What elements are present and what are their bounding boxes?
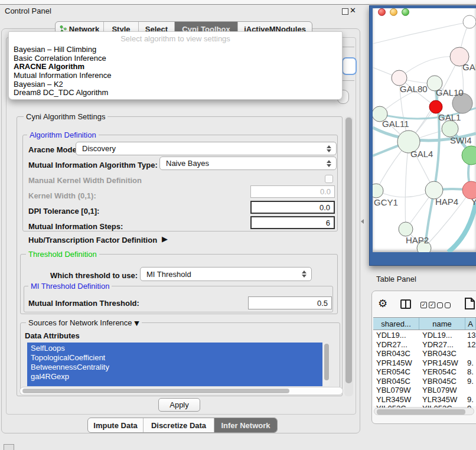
- popup-placeholder: Select algorithm to view settings: [9, 34, 342, 43]
- algorithm-option[interactable]: Bayesian – Hill Climbing: [14, 45, 96, 53]
- table-cell: YDL19...: [373, 331, 419, 340]
- network-canvas[interactable]: GAL7GAL80GAL10GAL11GAL1SWI4GAL4GCY1HAP4Y…: [373, 8, 476, 252]
- data-attributes-label: Data Attributes: [25, 331, 80, 340]
- node-label: HAP4: [435, 197, 458, 207]
- table-cell: 13: [465, 331, 476, 340]
- collapse-icon[interactable]: ▼: [134, 319, 139, 327]
- network-edge[interactable]: [448, 203, 476, 252]
- table-row[interactable]: YLR345WYLR345W9.: [373, 395, 476, 405]
- network-node[interactable]: [429, 100, 442, 113]
- node-label: GAL4: [410, 149, 433, 159]
- settings-vscrollbar[interactable]: [344, 116, 353, 396]
- algorithm-option[interactable]: ARACNE Algorithm: [14, 62, 84, 70]
- table-column-header[interactable]: name: [419, 318, 465, 330]
- new-table-document-icon[interactable]: [464, 297, 476, 310]
- table-row[interactable]: YPR145WYPR145W9.: [373, 358, 476, 368]
- gear-icon[interactable]: ⚙: [378, 297, 387, 309]
- panel-title: Control Panel: [5, 6, 51, 15]
- close-icon[interactable]: ✕: [350, 6, 356, 15]
- hidden-groupbox-edge: [341, 47, 354, 47]
- tab-infer-network[interactable]: Infer Network: [214, 418, 277, 432]
- table-header-row: shared...nameA: [373, 317, 476, 330]
- hub-definition-label: Hub/Transcription Factor Definition: [28, 236, 157, 244]
- table-cell: YPR145W: [419, 358, 465, 367]
- algorithm-definition-title: Algorithm Definition: [27, 131, 99, 139]
- mi-threshold-input[interactable]: 0.5: [248, 296, 332, 309]
- apply-button[interactable]: Apply: [158, 398, 200, 412]
- hub-expander-icon[interactable]: ▶: [162, 234, 168, 243]
- table-column-header[interactable]: shared...: [373, 318, 419, 330]
- attributes-scrollbar[interactable]: [323, 343, 330, 386]
- top-strip: [0, 0, 476, 5]
- threshold-definition-title: Threshold Definition: [26, 250, 99, 259]
- network-edge[interactable]: [373, 22, 470, 44]
- float-window-icon[interactable]: [342, 8, 348, 15]
- algorithm-option[interactable]: Basic Correlation Inference: [14, 54, 106, 62]
- attribute-item[interactable]: BetweennessCentrality: [31, 363, 109, 372]
- table-column-header[interactable]: A: [465, 318, 476, 330]
- mi-type-label: Mutual Information Algorithm Type:: [28, 161, 158, 169]
- node-label: GAL80: [400, 84, 428, 94]
- attribute-item[interactable]: SelfLoops: [31, 344, 65, 353]
- table-row[interactable]: YBR043CYBR043C: [373, 349, 476, 358]
- node-label: GAL1: [438, 112, 461, 122]
- algorithm-dropdown-popup: Select algorithm to view settings Bayesi…: [8, 31, 343, 100]
- algorithm-option[interactable]: Mutual Information Inference: [14, 71, 111, 79]
- table-row[interactable]: YBL079WYBL079W: [373, 386, 476, 395]
- table-cell: YDR27...: [419, 340, 465, 349]
- table-cell: YER054C: [419, 367, 465, 376]
- attribute-item[interactable]: gal4RGexp: [31, 372, 69, 381]
- network-node[interactable]: [463, 15, 476, 28]
- data-attributes-list: SelfLoopsTopologicalCoefficientBetweenne…: [27, 343, 322, 386]
- table-cell: 12: [465, 340, 476, 349]
- network-graph[interactable]: GAL7GAL80GAL10GAL11GAL1SWI4GAL4GCY1HAP4Y…: [373, 8, 476, 252]
- network-node[interactable]: [442, 120, 458, 137]
- manual-kernel-label: Manual Kernel Width Definition: [28, 176, 142, 185]
- node-label: GAL10: [436, 87, 464, 97]
- network-node[interactable]: [399, 222, 413, 236]
- table-cell: 9.: [465, 358, 476, 367]
- manual-kernel-checkbox[interactable]: [325, 175, 333, 183]
- select-all-checks-icon[interactable]: ✓✓: [420, 302, 435, 308]
- settings-hscrollbar[interactable]: [19, 387, 343, 395]
- table-cell: YBL079W: [373, 386, 419, 394]
- tab-discretize-data[interactable]: Discretize Data: [143, 418, 214, 432]
- algorithm-option[interactable]: Bayesian – K2: [14, 80, 63, 88]
- algorithm-option[interactable]: Dream8 DC_TDC Algorithm: [14, 88, 108, 96]
- sources-title: Sources for Network Inference ▼: [26, 318, 142, 327]
- tab-impute-data[interactable]: Impute Data: [88, 418, 143, 432]
- mi-type-combo[interactable]: Naive Bayes: [159, 156, 337, 170]
- kernel-width-input[interactable]: 0.0: [250, 185, 335, 198]
- network-node[interactable]: [373, 184, 383, 198]
- table-row[interactable]: YDL19...YDL19...13: [373, 331, 476, 340]
- table-cell: YBR045C: [373, 377, 419, 386]
- table-cell: YBL079W: [419, 386, 465, 394]
- table-row[interactable]: YBR045CYBR045C9.: [373, 377, 476, 386]
- network-edge[interactable]: [405, 142, 409, 229]
- bottom-corner-icon[interactable]: [4, 444, 14, 450]
- cyni-algorithm-settings-title: Cyni Algorithm Settings: [24, 112, 107, 121]
- deselect-all-checks-icon[interactable]: [437, 302, 451, 308]
- kernel-width-label: Kernel Width (0,1):: [28, 191, 96, 200]
- table-cell: YBR045C: [419, 377, 465, 386]
- table-cell: YER054C: [373, 367, 419, 376]
- table-row[interactable]: YDR27...YDR27...12: [373, 340, 476, 350]
- network-edge[interactable]: [434, 83, 439, 190]
- which-threshold-label: Which threshold to use:: [50, 271, 138, 280]
- dpi-tolerance-input[interactable]: 0.0: [250, 201, 335, 214]
- table-row[interactable]: YER054CYER054C8.: [373, 367, 476, 377]
- combo-spinner-icon: [327, 145, 331, 152]
- table-cell: 9.: [465, 395, 476, 404]
- attribute-item[interactable]: TopologicalCoefficient: [31, 353, 105, 363]
- table-cell: YDR27...: [373, 340, 419, 349]
- panel-resize-grip[interactable]: [361, 219, 364, 224]
- mi-steps-input[interactable]: 6: [250, 216, 335, 229]
- split-columns-icon[interactable]: [400, 299, 411, 309]
- aracne-mode-label: Aracne Mode:: [28, 145, 79, 154]
- table-cell: YPR145W: [373, 358, 419, 367]
- node-label: GAL7: [462, 62, 476, 72]
- aracne-mode-combo[interactable]: Discovery: [76, 142, 337, 155]
- which-threshold-combo[interactable]: MI Threshold: [140, 267, 312, 281]
- table-hscrollbar[interactable]: [374, 407, 474, 415]
- network-node[interactable]: [462, 146, 476, 165]
